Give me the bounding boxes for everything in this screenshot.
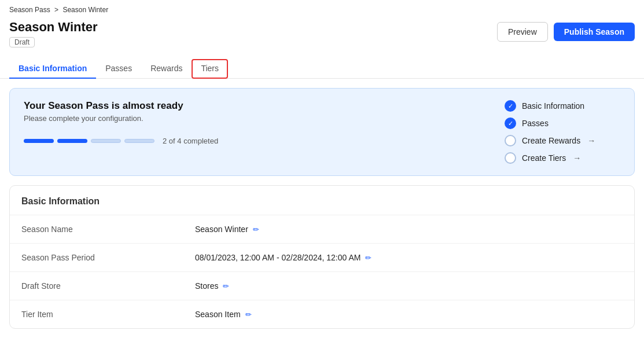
value-season-name: Season Winter ✏: [183, 215, 271, 243]
value-season-period: 08/01/2023, 12:00 AM - 02/28/2024, 12:00…: [183, 244, 383, 271]
label-tier-item: Tier Item: [10, 300, 183, 328]
progress-left: Your Season Pass is almost ready Please …: [24, 100, 218, 145]
checklist-item-create-tiers[interactable]: Create Tiers →: [505, 152, 620, 164]
edit-season-name-icon[interactable]: ✏: [253, 225, 259, 234]
label-draft-store: Draft Store: [10, 272, 183, 300]
progress-seg-1: [24, 139, 54, 143]
basic-information-title: Basic Information: [10, 186, 634, 215]
table-row-season-period: Season Pass Period 08/01/2023, 12:00 AM …: [10, 244, 634, 272]
progress-seg-2: [57, 139, 87, 143]
table-row-tier-item: Tier Item Season Item ✏: [10, 300, 634, 328]
draft-badge: Draft: [9, 37, 35, 47]
top-bar: Season Pass > Season Winter: [0, 0, 644, 14]
breadcrumb-separator: >: [54, 6, 58, 14]
progress-seg-4: [124, 139, 154, 143]
checklist-label-basic: Basic Information: [522, 101, 584, 111]
page-header: Season Winter Draft Preview Publish Seas…: [0, 16, 644, 47]
breadcrumb-current: Season Winter: [62, 6, 108, 14]
page-title: Season Winter: [9, 20, 98, 35]
arrow-icon-tiers: →: [573, 153, 581, 163]
publish-button[interactable]: Publish Season: [554, 23, 635, 41]
edit-tier-item-icon[interactable]: ✏: [245, 310, 252, 319]
check-done-icon-basic: ✓: [505, 100, 516, 112]
main-content: Your Season Pass is almost ready Please …: [0, 79, 644, 338]
checklist: ✓ Basic Information ✓ Passes Create Rewa…: [505, 100, 620, 164]
header-actions: Preview Publish Season: [497, 22, 635, 42]
progress-text: 2 of 4 completed: [163, 137, 218, 145]
check-pending-icon-rewards: [505, 135, 516, 146]
label-season-period: Season Pass Period: [10, 244, 183, 271]
progress-title: Your Season Pass is almost ready: [24, 100, 218, 112]
tab-rewards[interactable]: Rewards: [141, 59, 192, 79]
checklist-label-passes: Passes: [522, 119, 549, 128]
table-row-season-name: Season Name Season Winter ✏: [10, 215, 634, 244]
checklist-item-create-rewards[interactable]: Create Rewards →: [505, 135, 620, 146]
value-draft-store: Stores ✏: [183, 272, 241, 300]
checklist-item-passes: ✓ Passes: [505, 117, 620, 129]
edit-draft-store-icon[interactable]: ✏: [223, 282, 229, 291]
table-row-draft-store: Draft Store Stores ✏: [10, 272, 634, 300]
edit-season-period-icon[interactable]: ✏: [365, 254, 371, 262]
progress-seg-3: [91, 139, 121, 143]
label-season-name: Season Name: [10, 215, 183, 243]
progress-subtitle: Please complete your configuration.: [24, 114, 218, 123]
checklist-label-tiers: Create Tiers: [522, 153, 566, 163]
breadcrumb: Season Pass > Season Winter: [9, 6, 635, 14]
checklist-label-rewards: Create Rewards: [522, 136, 580, 145]
check-done-icon-passes: ✓: [505, 117, 516, 129]
basic-information-card: Basic Information Season Name Season Win…: [9, 185, 635, 329]
tab-basic-information[interactable]: Basic Information: [9, 59, 96, 79]
tab-tiers[interactable]: Tiers: [192, 59, 228, 79]
page-title-section: Season Winter Draft: [9, 20, 98, 47]
info-table: Season Name Season Winter ✏ Season Pass …: [10, 215, 634, 328]
progress-bar-row: 2 of 4 completed: [24, 137, 218, 145]
tabs-bar: Basic Information Passes Rewards Tiers: [0, 52, 644, 79]
arrow-icon-rewards: →: [587, 136, 595, 145]
checklist-item-basic-info: ✓ Basic Information: [505, 100, 620, 112]
tab-passes[interactable]: Passes: [96, 59, 141, 79]
preview-button[interactable]: Preview: [497, 22, 548, 42]
breadcrumb-parent[interactable]: Season Pass: [9, 6, 50, 14]
value-tier-item: Season Item ✏: [183, 300, 263, 328]
check-pending-icon-tiers: [505, 152, 516, 164]
progress-card: Your Season Pass is almost ready Please …: [9, 88, 635, 176]
